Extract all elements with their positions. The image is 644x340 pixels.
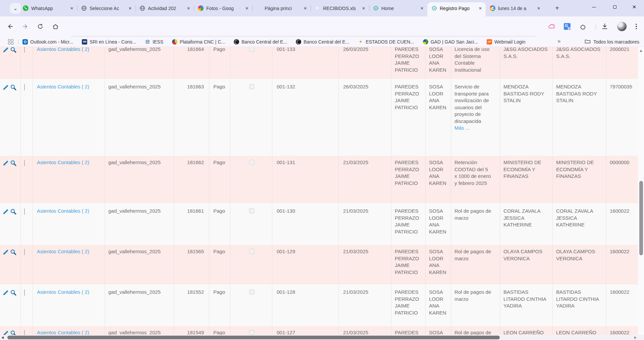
tab-whatsapp[interactable]: WhatsApp ✕ bbox=[19, 0, 77, 16]
window-minimize-button[interactable] bbox=[586, 0, 602, 14]
asientos-contables-link[interactable]: Asientos Contables ( 2) bbox=[37, 47, 89, 52]
database-cell: gad_vallehermos_2025 bbox=[105, 47, 174, 79]
home-button[interactable] bbox=[50, 21, 61, 32]
close-icon[interactable]: ✕ bbox=[303, 6, 308, 11]
funcionario-cell: PAREDES PERRAZO JAIME PATRICIO bbox=[391, 245, 426, 284]
toolbar-divider bbox=[596, 24, 596, 29]
scroll-right-arrow-icon[interactable] bbox=[634, 336, 637, 339]
beneficiario2-cell: BASTIDAS LITARDO CINTHIA YADIRA bbox=[553, 285, 606, 325]
new-tab-button[interactable]: + bbox=[553, 4, 561, 13]
horizontal-scrollbar-thumb[interactable] bbox=[7, 336, 500, 339]
globe-icon bbox=[81, 5, 87, 11]
edit-pencil-icon[interactable] bbox=[2, 160, 9, 203]
tab-registro-pago-active[interactable]: Registro Pago ✕ bbox=[427, 0, 486, 16]
asientos-contables-link[interactable]: Asientos Contables ( 2) bbox=[37, 159, 89, 165]
tab-actividad[interactable]: Actividad 202 ✕ bbox=[136, 0, 194, 16]
gad-icon bbox=[423, 39, 428, 45]
fingads-icon bbox=[373, 5, 379, 11]
asientos-contables-link[interactable]: Asientos Contables ( 2) bbox=[37, 330, 89, 335]
back-button[interactable] bbox=[5, 21, 16, 32]
bookmark-outlook[interactable]: O Outlook.com - Micr... bbox=[22, 39, 73, 45]
close-icon[interactable]: ✕ bbox=[536, 6, 541, 11]
row-actions bbox=[0, 204, 21, 244]
tab-home[interactable]: Home ✕ bbox=[369, 0, 427, 16]
close-icon[interactable]: ✕ bbox=[69, 6, 74, 11]
downloads-icon[interactable] bbox=[600, 22, 609, 31]
edit-pencil-icon[interactable] bbox=[2, 84, 9, 155]
bookmark-label: Banco Central del E... bbox=[241, 39, 287, 45]
mas-link[interactable]: Más ... bbox=[454, 125, 492, 132]
row-checkbox[interactable] bbox=[24, 160, 25, 166]
tab-seleccione[interactable]: Seleccione Ac ✕ bbox=[77, 0, 136, 16]
codigo-cell: 1600022 bbox=[606, 285, 638, 325]
vertical-scrollbar[interactable] bbox=[638, 47, 644, 340]
edit-pencil-icon[interactable] bbox=[2, 208, 9, 244]
row-checkbox[interactable] bbox=[24, 289, 25, 296]
reload-button[interactable] bbox=[35, 21, 46, 32]
edit-pencil-icon[interactable] bbox=[2, 47, 9, 79]
row-checkbox[interactable] bbox=[24, 249, 25, 255]
google-translate-icon[interactable]: G文 bbox=[563, 22, 572, 31]
browser-menu-icon[interactable] bbox=[633, 22, 639, 31]
search-magnifier-icon[interactable] bbox=[10, 47, 17, 79]
search-magnifier-icon[interactable] bbox=[10, 160, 17, 203]
registro-number-cell: 181662 bbox=[174, 156, 209, 203]
search-magnifier-icon[interactable] bbox=[10, 289, 17, 325]
disabled-checkbox bbox=[249, 160, 254, 165]
row-actions bbox=[0, 47, 21, 79]
search-magnifier-icon[interactable] bbox=[10, 249, 17, 284]
close-icon[interactable]: ✕ bbox=[186, 6, 191, 11]
apps-grid-icon[interactable] bbox=[8, 39, 13, 45]
row-checkbox[interactable] bbox=[24, 47, 25, 53]
search-magnifier-icon[interactable] bbox=[10, 330, 17, 335]
window-close-button[interactable]: ✕ bbox=[626, 0, 643, 14]
search-magnifier-icon[interactable] bbox=[10, 84, 17, 155]
search-magnifier-icon[interactable] bbox=[10, 208, 17, 244]
edit-pencil-icon[interactable] bbox=[2, 289, 9, 325]
tab-pagina-principal[interactable]: Página princi ✕ bbox=[252, 0, 311, 16]
bookmark-banco-central-1[interactable]: Banco Central del E... bbox=[234, 39, 287, 45]
tab-lunes[interactable]: lunes 14 de a ✕ bbox=[486, 0, 544, 16]
scroll-up-arrow-icon[interactable] bbox=[640, 50, 642, 52]
profile-avatar[interactable] bbox=[617, 22, 627, 31]
tab-divider bbox=[252, 5, 253, 11]
bookmark-banco-central-2[interactable]: Banco Central del E... bbox=[296, 39, 349, 45]
close-icon[interactable]: ✕ bbox=[244, 6, 250, 11]
bookmark-estados[interactable]: ✦ ESTADOS DE CUEN... bbox=[358, 39, 414, 45]
database-cell: gad_vallehermos_2025 bbox=[105, 326, 174, 335]
documento-cell: 001-132 bbox=[272, 80, 339, 155]
bookmark-sri[interactable]: SRI SRI en Línea - Cons... bbox=[82, 39, 136, 45]
tab-fotos[interactable]: Fotos - Goog ✕ bbox=[194, 0, 252, 16]
bookmark-gad[interactable]: GAD | GAD San Jaci... bbox=[423, 39, 478, 45]
descripcion-text: Rol de pagos de marzo bbox=[454, 289, 491, 302]
row-checkbox[interactable] bbox=[24, 84, 25, 90]
vertical-scrollbar-thumb[interactable] bbox=[639, 181, 643, 255]
close-icon[interactable]: ✕ bbox=[361, 6, 366, 11]
bookmark-iess[interactable]: IESS bbox=[145, 39, 163, 45]
asientos-contables-link[interactable]: Asientos Contables ( 2) bbox=[37, 249, 89, 254]
scroll-left-arrow-icon[interactable] bbox=[1, 336, 4, 339]
bookmark-cnc[interactable]: Plataforma CNC | C... bbox=[172, 39, 225, 45]
disabled-checkbox bbox=[249, 289, 254, 294]
documento-cell: 001-133 bbox=[272, 47, 339, 79]
extension-pink-cloud-icon[interactable] bbox=[547, 22, 556, 31]
close-icon[interactable]: ✕ bbox=[127, 6, 133, 11]
row-checkbox[interactable] bbox=[24, 330, 25, 335]
close-icon[interactable]: ✕ bbox=[478, 6, 483, 11]
asientos-contables-link[interactable]: Asientos Contables ( 2) bbox=[37, 208, 89, 214]
tipo-cell: Pago bbox=[209, 245, 230, 284]
window-restore-button[interactable] bbox=[606, 0, 623, 14]
edit-pencil-icon[interactable] bbox=[2, 330, 9, 335]
horizontal-scrollbar[interactable] bbox=[0, 335, 638, 340]
edit-pencil-icon[interactable] bbox=[2, 249, 9, 284]
asientos-contables-link[interactable]: Asientos Contables ( 2) bbox=[37, 289, 89, 295]
asientos-contables-link[interactable]: Asientos Contables ( 2) bbox=[37, 84, 89, 89]
close-icon[interactable]: ✕ bbox=[419, 6, 425, 11]
forward-button[interactable] bbox=[19, 21, 31, 32]
extensions-puzzle-icon[interactable] bbox=[579, 22, 588, 31]
all-bookmarks-button[interactable]: Todos los marcadores bbox=[585, 37, 639, 47]
bookmarks-overflow-chevron[interactable]: » bbox=[557, 38, 560, 45]
bookmark-webmail[interactable]: cP Webmail Login bbox=[487, 39, 525, 45]
row-checkbox[interactable] bbox=[24, 208, 25, 215]
tab-recibidos[interactable]: RECIBIDOS.xls ✕ bbox=[311, 0, 369, 16]
